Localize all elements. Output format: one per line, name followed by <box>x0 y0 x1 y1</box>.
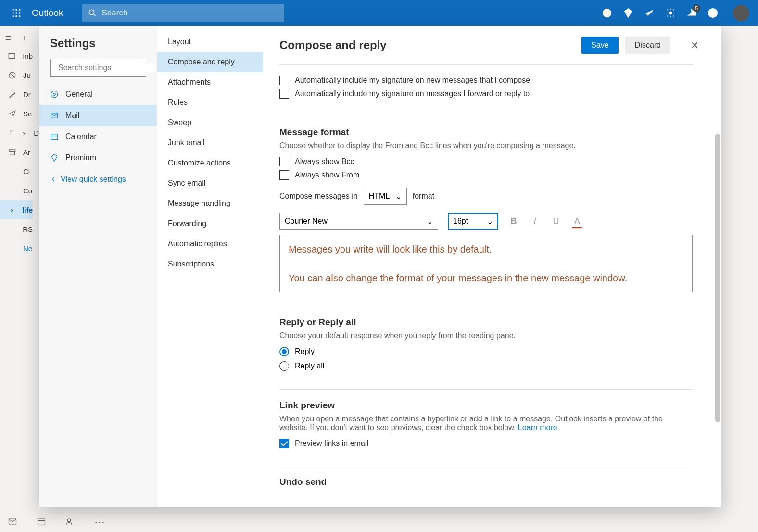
italic-icon[interactable]: I <box>529 215 541 227</box>
brand-label: Outlook <box>32 8 63 18</box>
reply-desc: Choose your default response when you re… <box>279 331 693 340</box>
sub-subscriptions[interactable]: Subscriptions <box>157 254 263 274</box>
help-icon[interactable] <box>707 7 719 19</box>
cat-mail[interactable]: Mail <box>39 105 157 126</box>
cat-general[interactable]: General <box>39 84 157 105</box>
sub-attachments[interactable]: Attachments <box>157 72 263 92</box>
gear-icon[interactable] <box>665 7 676 19</box>
diamond-icon[interactable] <box>622 7 634 19</box>
folder-rail: Inb Ju Dr Se › De Ar Cl Co ›life RS Ne <box>0 26 33 512</box>
folder-archive[interactable]: Ar <box>0 142 33 162</box>
font-size-select[interactable]: 16pt⌄ <box>448 213 498 230</box>
folder-notes[interactable]: Ne <box>0 239 33 258</box>
settings-content: Compose and reply Save Discard ✕ Automat… <box>263 26 721 507</box>
check-sig-new-label: Automatically include my signature on ne… <box>295 76 530 85</box>
chevron-down-icon: ⌄ <box>487 217 493 226</box>
discard-button[interactable]: Discard <box>625 37 670 54</box>
radio-reply-all[interactable] <box>279 361 289 371</box>
folder-clutter[interactable]: Cl <box>0 162 33 181</box>
more-modules-icon[interactable]: ⋯ <box>94 516 105 529</box>
sub-compose[interactable]: Compose and reply <box>157 52 263 72</box>
svg-point-9 <box>89 10 95 15</box>
sub-sync[interactable]: Sync email <box>157 173 263 193</box>
svg-line-22 <box>10 73 14 77</box>
bold-icon[interactable]: B <box>508 215 519 227</box>
svg-line-10 <box>94 14 96 16</box>
font-color-icon[interactable]: A <box>571 215 583 227</box>
top-header: Outlook 5 <box>0 0 758 26</box>
msgfmt-desc: Choose whether to display the From and B… <box>279 141 693 150</box>
sub-autoreply[interactable]: Automatic replies <box>157 234 263 254</box>
scrollbar[interactable] <box>714 64 721 507</box>
sub-sweep[interactable]: Sweep <box>157 113 263 133</box>
check-sig-reply[interactable] <box>279 89 289 99</box>
avatar[interactable] <box>733 5 749 21</box>
folder-inbox[interactable]: Inb <box>0 46 33 65</box>
check-sig-reply-label: Automatically include my signature on me… <box>295 89 530 98</box>
sub-rules[interactable]: Rules <box>157 92 263 113</box>
underline-icon[interactable]: U <box>550 215 562 227</box>
global-search[interactable] <box>82 4 284 22</box>
sub-handling[interactable]: Message handling <box>157 193 263 214</box>
radio-reply[interactable] <box>279 347 289 356</box>
undo-title: Undo send <box>279 477 693 487</box>
people-module-icon[interactable] <box>65 517 75 528</box>
sub-forwarding[interactable]: Forwarding <box>157 214 263 234</box>
mail-module-icon[interactable] <box>8 517 17 528</box>
msgfmt-title: Message format <box>279 127 693 138</box>
new-mail-icon[interactable] <box>21 33 28 43</box>
notifications-icon[interactable]: 5 <box>686 7 697 19</box>
view-quick-settings[interactable]: View quick settings <box>39 168 157 190</box>
svg-point-0 <box>12 9 14 11</box>
font-family-select[interactable]: Courier New⌄ <box>279 213 438 230</box>
svg-point-4 <box>15 12 17 14</box>
svg-rect-33 <box>51 113 58 118</box>
svg-point-8 <box>19 15 21 17</box>
global-search-input[interactable] <box>101 8 278 18</box>
folder-sent[interactable]: Se <box>0 104 33 123</box>
learn-more-link[interactable]: Learn more <box>518 423 557 431</box>
todo-icon[interactable] <box>644 7 655 19</box>
svg-point-31 <box>53 93 56 96</box>
check-show-from[interactable] <box>279 170 289 180</box>
skype-icon[interactable] <box>601 7 613 19</box>
linkprev-title: Link preview <box>279 400 693 411</box>
folder-junk[interactable]: Ju <box>0 65 33 85</box>
svg-rect-20 <box>9 53 15 58</box>
svg-point-32 <box>51 91 58 98</box>
folder-rss[interactable]: RS <box>0 219 33 239</box>
save-button[interactable]: Save <box>581 37 618 54</box>
folder-conv[interactable]: Co <box>0 181 33 200</box>
cat-premium[interactable]: Premium <box>39 147 157 168</box>
cat-calendar[interactable]: Calendar <box>39 126 157 147</box>
sub-junk[interactable]: Junk email <box>157 133 263 153</box>
bottom-bar: ⋯ <box>0 512 758 532</box>
svg-rect-25 <box>9 519 16 524</box>
chevron-down-icon: ⌄ <box>427 217 433 226</box>
app-launcher-icon[interactable] <box>5 9 28 17</box>
check-show-bcc[interactable] <box>279 157 289 166</box>
linkprev-desc: When you open a message that contains a … <box>279 415 693 432</box>
page-title: Compose and reply <box>279 38 575 52</box>
check-sig-new[interactable] <box>279 76 289 85</box>
search-settings[interactable] <box>50 59 146 77</box>
svg-rect-34 <box>51 134 58 140</box>
svg-point-1 <box>15 9 17 11</box>
search-settings-input[interactable] <box>58 63 154 72</box>
sub-layout[interactable]: Layout <box>157 32 263 52</box>
svg-rect-26 <box>38 519 45 525</box>
sub-customize[interactable]: Customize actions <box>157 153 263 173</box>
check-link-preview[interactable] <box>279 439 289 448</box>
folder-deleted[interactable]: › De <box>0 123 33 142</box>
svg-point-12 <box>669 12 672 14</box>
calendar-module-icon[interactable] <box>37 517 46 528</box>
compose-format-select[interactable]: HTML ⌄ <box>364 188 407 205</box>
svg-point-3 <box>12 12 14 14</box>
folder-life[interactable]: ›life <box>0 200 33 219</box>
close-icon[interactable]: ✕ <box>687 39 702 51</box>
hamburger-icon[interactable] <box>5 33 12 43</box>
svg-point-11 <box>603 9 611 17</box>
svg-point-5 <box>19 12 21 14</box>
folder-drafts[interactable]: Dr <box>0 85 33 104</box>
settings-sidebar: Settings General Mail Calendar Premium V… <box>39 26 157 507</box>
